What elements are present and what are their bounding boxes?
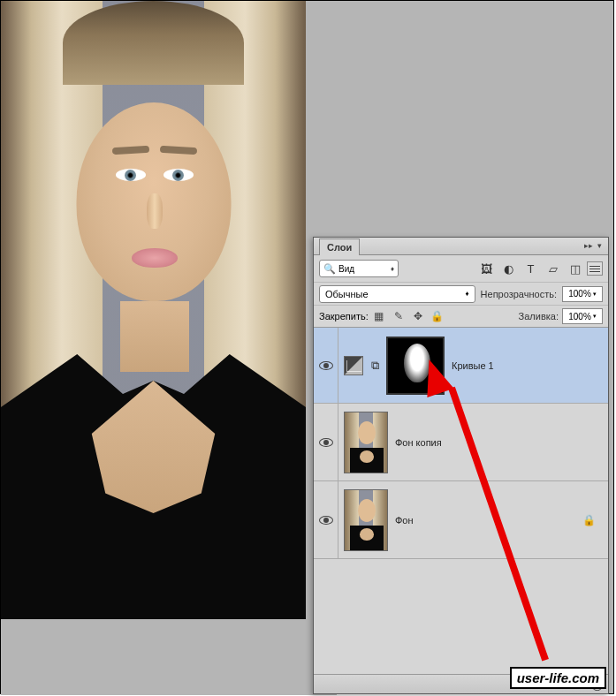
layer-name[interactable]: Фон копия	[395, 437, 442, 448]
chevron-icon: ♦	[391, 265, 394, 273]
chevron-icon: ♦	[465, 290, 468, 298]
layer-row[interactable]: ⧉ Кривые 1	[314, 328, 608, 404]
visibility-toggle[interactable]	[314, 404, 338, 480]
filter-type-label: Вид	[338, 264, 354, 274]
filter-row: 🔍 Вид ♦ 🖼 ◐ T ▱ ◫	[314, 255, 608, 282]
link-mask-icon[interactable]: ⧉	[370, 359, 379, 373]
opacity-value: 100%	[568, 289, 591, 299]
layer-name[interactable]: Фон	[395, 515, 414, 526]
lock-position-button[interactable]: ✥	[411, 309, 425, 323]
fill-input[interactable]: 100% ▾	[562, 308, 603, 324]
search-icon: 🔍	[323, 263, 336, 275]
document-photo[interactable]	[1, 1, 306, 619]
watermark: user-life.com	[510, 667, 606, 689]
filter-adjust-icon[interactable]: ◐	[502, 262, 515, 276]
layers-tab[interactable]: Слои	[319, 238, 360, 255]
visibility-toggle[interactable]	[314, 481, 338, 558]
blend-row: Обычные ♦ Непрозрачность: 100% ▾	[314, 282, 608, 305]
layer-thumbnail[interactable]	[344, 412, 388, 473]
chevron-down-icon: ▾	[593, 313, 597, 320]
layers-list: ⧉ Кривые 1 Фон копия	[314, 328, 608, 559]
visibility-toggle[interactable]	[314, 328, 338, 403]
lock-transparency-button[interactable]: ▦	[372, 309, 386, 323]
lock-all-button[interactable]: 🔒	[430, 309, 445, 323]
lock-pixels-button[interactable]: ✎	[392, 309, 406, 323]
layer-row[interactable]: Фон 🔒	[314, 481, 608, 559]
eye-icon	[319, 516, 333, 525]
fill-label: Заливка:	[519, 311, 559, 322]
panel-menu-icon[interactable]: ▾	[595, 240, 605, 250]
lock-icon: 🔒	[582, 514, 596, 526]
lock-label: Закрепить:	[319, 311, 369, 322]
fill-value: 100%	[568, 312, 591, 322]
blend-mode-select[interactable]: Обычные ♦	[319, 285, 475, 303]
filter-smart-icon[interactable]: ◫	[568, 262, 582, 276]
layer-thumbnail[interactable]	[344, 489, 388, 551]
canvas-area[interactable]	[1, 1, 337, 695]
collapse-icon[interactable]: ▸▸	[583, 240, 593, 250]
lock-row: Закрепить: ▦ ✎ ✥ 🔒 Заливка: 100% ▾	[314, 305, 608, 328]
layer-name[interactable]: Кривые 1	[452, 360, 494, 371]
filter-shape-icon[interactable]: ▱	[546, 262, 559, 276]
panel-options-button[interactable]	[587, 261, 603, 276]
layers-panel: Слои ▸▸ ▾ 🔍 Вид ♦ 🖼 ◐ T ▱ ◫ Обыч	[313, 237, 609, 694]
filter-text-icon[interactable]: T	[524, 262, 537, 276]
eye-icon	[319, 438, 333, 447]
layer-row[interactable]: Фон копия	[314, 404, 608, 481]
filter-image-icon[interactable]: 🖼	[480, 262, 493, 276]
curves-adjustment-icon[interactable]	[344, 356, 363, 375]
panel-header: Слои ▸▸ ▾	[314, 238, 608, 255]
opacity-label: Непрозрачность:	[481, 289, 557, 299]
opacity-input[interactable]: 100% ▾	[562, 286, 603, 302]
blend-mode-value: Обычные	[325, 289, 369, 299]
layer-mask-thumbnail[interactable]	[386, 337, 445, 395]
eye-icon	[319, 361, 333, 370]
chevron-down-icon: ▾	[593, 291, 597, 298]
filter-type-select[interactable]: 🔍 Вид ♦	[319, 260, 399, 277]
